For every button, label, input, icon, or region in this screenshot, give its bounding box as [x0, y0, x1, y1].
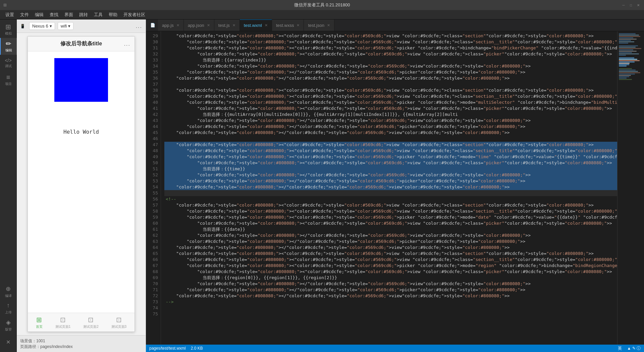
code-line[interactable]: "color:#9cdcfe;">style="color:#808080;">…: [164, 214, 617, 220]
code-line[interactable]: <!--: [164, 196, 617, 202]
code-line[interactable]: [164, 136, 617, 142]
menu-bar: 设置 文件 编辑 查找 界面 跳转 工具 帮助 开发者社区: [0, 10, 644, 19]
code-line[interactable]: "color:#9cdcfe;">style="color:#808080;">…: [164, 118, 617, 124]
sidebar-item-simulator[interactable]: ⊞ 模拟: [0, 21, 17, 38]
window-controls[interactable]: ─ □ ✕: [621, 3, 641, 7]
code-line[interactable]: "color:#9cdcfe;">style="color:#808080;">…: [164, 160, 617, 166]
code-line[interactable]: "color:#9cdcfe;">style="color:#808080;">…: [164, 69, 617, 75]
minimap-line: [619, 43, 628, 44]
code-line[interactable]: "color:#9cdcfe;">style="color:#808080;">…: [164, 63, 617, 69]
sidebar-item-version[interactable]: ◈ 版管: [0, 317, 17, 334]
status-file-path: pages/test/test.wxml: [149, 346, 186, 351]
menu-goto[interactable]: 跳转: [76, 11, 91, 19]
code-line[interactable]: "color:#9cdcfe;">style="color:#808080;">…: [164, 130, 617, 136]
code-line[interactable]: 当前选择：{{time}}: [164, 166, 617, 172]
code-line[interactable]: "color:#9cdcfe;">style="color:#808080;">…: [164, 148, 617, 154]
code-line[interactable]: [164, 190, 617, 196]
sim-bottom-bar: 场景值：1001 页面路径：pages/index/index: [17, 335, 146, 352]
code-line[interactable]: "color:#9cdcfe;">style="color:#808080;">…: [164, 178, 617, 184]
code-line[interactable]: [164, 81, 617, 87]
code-line[interactable]: "color:#9cdcfe;">style="color:#808080;">…: [164, 287, 617, 293]
code-line[interactable]: "color:#9cdcfe;">style="color:#808080;">…: [164, 208, 617, 214]
phone-tab-test2[interactable]: ⊡ 测试页面2: [80, 314, 101, 331]
phone-tab-test3[interactable]: ⊡ 测试页面3: [109, 314, 129, 331]
close-tab-test-json[interactable]: ✕: [327, 23, 330, 28]
tab-app-json[interactable]: app.json ✕: [184, 19, 214, 31]
menu-help[interactable]: 帮助: [106, 11, 120, 19]
code-line[interactable]: -->: [164, 299, 617, 305]
code-editor[interactable]: 2930313233343536373839404142434445464748…: [146, 31, 644, 345]
code-line[interactable]: "color:#9cdcfe;">style="color:#808080;">…: [164, 51, 617, 57]
close-tab-test-js[interactable]: ✕: [232, 23, 235, 28]
close-tab-app-js[interactable]: ✕: [176, 23, 179, 28]
code-line[interactable]: "color:#9cdcfe;">style="color:#808080;">…: [164, 293, 617, 299]
network-selector[interactable]: wifi ▾: [58, 22, 74, 30]
tab-test-wxml[interactable]: test.wxml ✕: [240, 19, 272, 31]
code-line[interactable]: "color:#9cdcfe;">style="color:#808080;">…: [164, 251, 617, 257]
sidebar-item-debug[interactable]: </> 调试: [0, 55, 17, 72]
sidebar-item-close[interactable]: ✕: [0, 334, 17, 350]
code-line[interactable]: "color:#9cdcfe;">style="color:#808080;">…: [164, 220, 617, 226]
menu-settings[interactable]: 设置: [3, 11, 17, 19]
code-line[interactable]: "color:#9cdcfe;">style="color:#808080;">…: [164, 75, 617, 81]
code-line[interactable]: "color:#9cdcfe;">style="color:#808080;">…: [164, 124, 617, 130]
code-line[interactable]: "color:#9cdcfe;">style="color:#808080;">…: [164, 99, 617, 105]
menu-interface[interactable]: 界面: [62, 11, 76, 19]
code-content[interactable]: "color:#9cdcfe;">style="color:#808080;">…: [161, 31, 617, 345]
code-line[interactable]: 当前选择：{{array[index]}}: [164, 57, 617, 63]
sidebar-item-upload[interactable]: ↑ 上传: [0, 300, 17, 317]
close-tab-test-wxml[interactable]: ✕: [265, 23, 268, 28]
code-line[interactable]: "color:#9cdcfe;">style="color:#808080;">…: [164, 245, 617, 251]
tab-test-wxss[interactable]: test.wxss ✕: [272, 19, 304, 31]
tab-test-js[interactable]: test.js ✕: [214, 19, 240, 31]
code-line[interactable]: "color:#9cdcfe;">style="color:#808080;">…: [164, 172, 617, 178]
close-button[interactable]: ✕: [636, 3, 641, 7]
minimize-button[interactable]: ─: [621, 3, 626, 7]
device-selector[interactable]: Nexus 6 ▾: [29, 22, 55, 30]
code-line[interactable]: "color:#9cdcfe;">style="color:#808080;">…: [164, 263, 617, 269]
sim-more-button[interactable]: ...: [136, 23, 142, 29]
code-line[interactable]: 当前选择：{{multiArray[0][multiIndex[0]]}}, {…: [164, 112, 617, 118]
sidebar-item-compile[interactable]: ⊕ 编译: [0, 283, 17, 300]
code-line[interactable]: "color:#9cdcfe;">style="color:#808080;">…: [164, 87, 617, 93]
tab-app-js[interactable]: app.js ✕: [158, 19, 184, 31]
code-line[interactable]: [164, 311, 617, 317]
device-chevron-icon: ▾: [50, 24, 52, 29]
sim-top-bar: 📱 Nexus 6 ▾ wifi ▾ ...: [17, 19, 146, 33]
code-line[interactable]: "color:#9cdcfe;">style="color:#808080;">…: [164, 257, 617, 263]
tab-test-json[interactable]: test.json ✕: [304, 19, 334, 31]
code-line[interactable]: "color:#9cdcfe;">style="color:#808080;">…: [164, 269, 617, 275]
menu-file[interactable]: 文件: [17, 11, 32, 19]
minimap-line: [619, 68, 632, 69]
sidebar-item-editor[interactable]: ✏ 编辑: [0, 38, 17, 55]
close-tab-app-json[interactable]: ✕: [207, 23, 210, 28]
menu-devcommunity[interactable]: 开发者社区: [121, 11, 148, 19]
code-line[interactable]: "color:#9cdcfe;">style="color:#808080;">…: [164, 238, 617, 245]
code-line[interactable]: 当前选择：{{region[0]}}, {{region[1]}}, {{reg…: [164, 275, 617, 281]
menu-find[interactable]: 查找: [47, 11, 61, 19]
sidebar-item-project[interactable]: ≡ 项目: [0, 72, 17, 88]
code-line[interactable]: "color:#9cdcfe;">style="color:#808080;">…: [164, 142, 617, 148]
code-line[interactable]: "color:#9cdcfe;">style="color:#808080;">…: [164, 39, 617, 45]
code-line[interactable]: "color:#9cdcfe;">style="color:#808080;">…: [164, 33, 617, 39]
phone-tab-home[interactable]: ⊞ 首页: [33, 314, 45, 331]
code-line[interactable]: "color:#9cdcfe;">style="color:#808080;">…: [164, 154, 617, 160]
code-line[interactable]: "color:#9cdcfe;">style="color:#808080;">…: [164, 105, 617, 112]
minimap-line: [619, 39, 637, 40]
code-line[interactable]: "color:#9cdcfe;">style="color:#808080;">…: [164, 281, 617, 287]
code-line[interactable]: 当前选择：{{date}}: [164, 226, 617, 232]
phone-tab-test1[interactable]: ⊡ 测试页面1: [53, 314, 73, 331]
maximize-button[interactable]: □: [629, 3, 633, 7]
minimap-line: [619, 47, 636, 48]
phone-nav-dots[interactable]: ...: [124, 41, 130, 47]
code-line[interactable]: "color:#9cdcfe;">style="color:#808080;">…: [164, 232, 617, 238]
code-line[interactable]: "color:#9cdcfe;">style="color:#808080;">…: [164, 45, 617, 51]
menu-tools[interactable]: 工具: [91, 11, 105, 19]
code-line[interactable]: [164, 305, 617, 311]
menu-edit[interactable]: 编辑: [32, 11, 46, 19]
code-line[interactable]: "color:#9cdcfe;">style="color:#808080;">…: [164, 184, 617, 190]
code-line[interactable]: "color:#9cdcfe;">style="color:#808080;">…: [164, 202, 617, 208]
close-tab-test-wxss[interactable]: ✕: [297, 23, 300, 28]
minimap-line: [619, 55, 626, 56]
code-line[interactable]: "color:#9cdcfe;">style="color:#808080;">…: [164, 93, 617, 99]
